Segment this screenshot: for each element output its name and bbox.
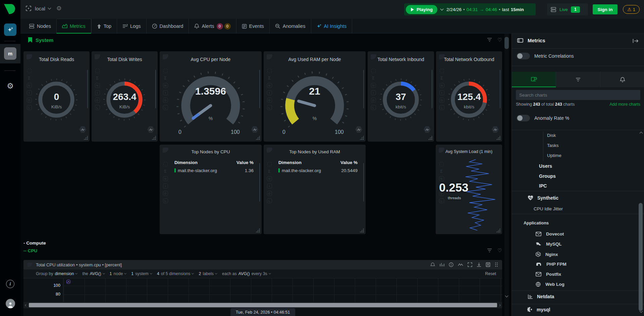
time-range[interactable]: 2/24/26 • 04:31 → 04:46 • last 15min — [446, 7, 524, 12]
collapse-sidebar-icon[interactable] — [633, 39, 639, 43]
heart-icon[interactable]: ♡ — [497, 38, 502, 42]
playing-button[interactable]: Playing — [406, 5, 437, 14]
chart-card-avg-ram[interactable]: Avg Used RAM per Node Σ 21 % 0 100 — [264, 51, 366, 142]
section-applications[interactable]: Applications — [524, 221, 549, 225]
anomaly-rate-icon[interactable] — [355, 126, 362, 133]
tree-item-tasks[interactable]: Tasks — [547, 143, 559, 148]
table-row[interactable]: mail.the-slacker.org 20.5449 — [278, 168, 358, 173]
section-synthetic[interactable]: Synthetic — [528, 195, 558, 201]
cpu-section-header[interactable]: -- CPU — [23, 248, 37, 253]
column-dimension[interactable]: Dimension — [278, 160, 302, 165]
compute-section-header[interactable]: - Compute — [23, 241, 46, 246]
chart-card-network-inbound[interactable]: Total Network Inbound Σ 37 kbit/s — [368, 51, 434, 142]
warning-alerts-pill[interactable]: ⚠ 1 — [623, 5, 640, 14]
column-dimension[interactable]: Dimension — [174, 160, 198, 165]
chart-card-network-outbound[interactable]: Total Network Outbound Σ 125.4 kbit/s — [436, 51, 502, 142]
resize-handle[interactable] — [360, 228, 364, 232]
tab-alerts[interactable]: Alerts 0 0 — [189, 19, 236, 34]
tab-ai-insights[interactable]: AI Insights — [311, 19, 352, 34]
chart-card-total-disk-writes[interactable]: Total Disk Writes Σ 263.4 KiB/s — [92, 51, 158, 142]
scroll-left-icon[interactable]: ‹ — [25, 302, 26, 308]
filter-icon[interactable] — [487, 38, 492, 42]
group-by-selector[interactable]: Group bydimension — [36, 271, 77, 276]
alerts-bell-icon[interactable] — [430, 262, 435, 267]
collapse-toolbar-icon[interactable] — [27, 272, 31, 276]
compare-charts-icon[interactable] — [439, 262, 444, 267]
chevron-down-icon[interactable] — [48, 6, 51, 9]
tree-item-users[interactable]: Users — [539, 163, 552, 169]
chart-card-top-nodes-cpu[interactable]: Top Nodes by CPU Σ Dimension Value % mai… — [160, 145, 262, 234]
user-avatar[interactable] — [4, 297, 16, 310]
anomaly-rate-icon[interactable] — [424, 126, 431, 133]
drag-grid-icon[interactable] — [495, 262, 498, 267]
chart-card-top-nodes-ram[interactable]: Top Nodes by Used RAM Σ Dimension Value … — [264, 145, 366, 234]
cpu-chart-plot-area[interactable]: 100 80 — [23, 278, 502, 302]
app-item-dovecot[interactable]: Dovecot — [536, 231, 564, 236]
info-icon[interactable] — [449, 262, 453, 267]
tab-filters[interactable] — [556, 72, 600, 87]
resize-handle[interactable] — [152, 136, 156, 140]
resize-handle[interactable] — [256, 228, 260, 232]
aggregation-selector[interactable]: theAVG() — [82, 271, 104, 276]
anomalies-zigzag-icon[interactable] — [458, 263, 463, 267]
search-charts-input[interactable] — [516, 90, 640, 100]
nodes-selector[interactable]: 1node — [110, 271, 126, 276]
instances-selector[interactable]: 1system — [131, 271, 152, 276]
sidebar-scrollbar-thumb[interactable] — [639, 203, 643, 311]
anomaly-marker-icon[interactable] — [66, 280, 70, 284]
tab-anomalies[interactable]: Anomalies — [269, 19, 311, 34]
column-value[interactable]: Value % — [236, 160, 254, 165]
app-item-postfix[interactable]: Postfix — [536, 272, 561, 277]
anomaly-rate-icon[interactable] — [492, 126, 499, 133]
anomaly-rate-toggle[interactable] — [517, 115, 530, 121]
node-name[interactable]: local — [35, 6, 45, 11]
app-item-nginx[interactable]: Nginx — [536, 252, 558, 257]
main-scrollbar-track[interactable] — [504, 34, 509, 316]
tree-item-ipc[interactable]: IPC — [539, 183, 547, 189]
live-nodes-indicator[interactable]: Live 1 — [547, 3, 588, 15]
resize-handle[interactable] — [360, 136, 364, 140]
space-avatar[interactable]: m — [4, 47, 16, 60]
tab-events[interactable]: Events — [236, 19, 269, 34]
reset-button[interactable]: Reset — [485, 271, 499, 276]
metric-correlations-toggle[interactable] — [517, 53, 530, 59]
resize-handle[interactable] — [84, 136, 88, 140]
anomaly-rate-icon[interactable] — [147, 126, 154, 133]
dimensions-selector[interactable]: 4of 5 dimensions — [157, 271, 194, 276]
chart-card-total-disk-reads[interactable]: Total Disk Reads Σ 0 KiB/s — [23, 51, 90, 142]
sidebar-scroll-up-icon[interactable] — [640, 132, 643, 135]
tab-logs[interactable]: Logs — [117, 19, 146, 34]
scrollbar-thumb[interactable] — [29, 303, 497, 307]
app-item-web-log[interactable]: Web Log — [536, 282, 565, 287]
tree-item-disk[interactable]: Disk — [547, 133, 556, 138]
tab-top[interactable]: Top — [91, 19, 117, 34]
chart-card-avg-cpu[interactable]: Avg CPU per Node Σ 1.3596 % 0 100 — [160, 51, 262, 142]
download-icon[interactable] — [477, 262, 481, 267]
tab-alerts-bell[interactable] — [600, 72, 644, 87]
column-value[interactable]: Value % — [340, 160, 358, 165]
add-more-charts-link[interactable]: Add more charts — [609, 102, 640, 107]
labels-selector[interactable]: 2labels — [199, 271, 217, 276]
table-row[interactable]: mail.the-slacker.org 1.36 — [174, 168, 254, 173]
time-aggregation-selector[interactable]: each asAVG()every 3s — [222, 271, 271, 276]
info-button[interactable]: i — [4, 278, 16, 290]
anomaly-rate-icon[interactable] — [79, 126, 86, 133]
cpu-utilization-chart-card[interactable]: Total CPU utilization • system.cpu • [pe… — [23, 260, 502, 316]
chevron-down-icon[interactable] — [440, 7, 444, 10]
tree-item-groups[interactable]: Groups — [539, 173, 556, 179]
sign-in-button[interactable]: Sign in — [593, 4, 618, 14]
scroll-right-icon[interactable]: › — [499, 302, 501, 308]
resize-handle[interactable] — [496, 136, 500, 140]
resize-handle[interactable] — [256, 136, 260, 140]
node-settings-gear-icon[interactable]: ⚙ — [56, 5, 62, 12]
tab-charts[interactable] — [512, 72, 556, 87]
chart-horizontal-scrollbar[interactable]: ‹ › — [23, 302, 502, 308]
ai-assistant-button[interactable] — [4, 23, 16, 36]
app-item-mysql[interactable]: MySQL — [536, 242, 562, 247]
tree-item-cpu-idle-jitter[interactable]: CPU Idle Jitter — [534, 206, 563, 211]
tree-item-uptime[interactable]: Uptime — [547, 153, 561, 158]
tab-nodes[interactable]: Nodes — [23, 19, 56, 34]
app-item-php-fpm[interactable]: PHP FPM — [536, 262, 567, 267]
main-scrollbar-thumb[interactable] — [504, 37, 509, 49]
resize-handle[interactable] — [428, 136, 432, 140]
